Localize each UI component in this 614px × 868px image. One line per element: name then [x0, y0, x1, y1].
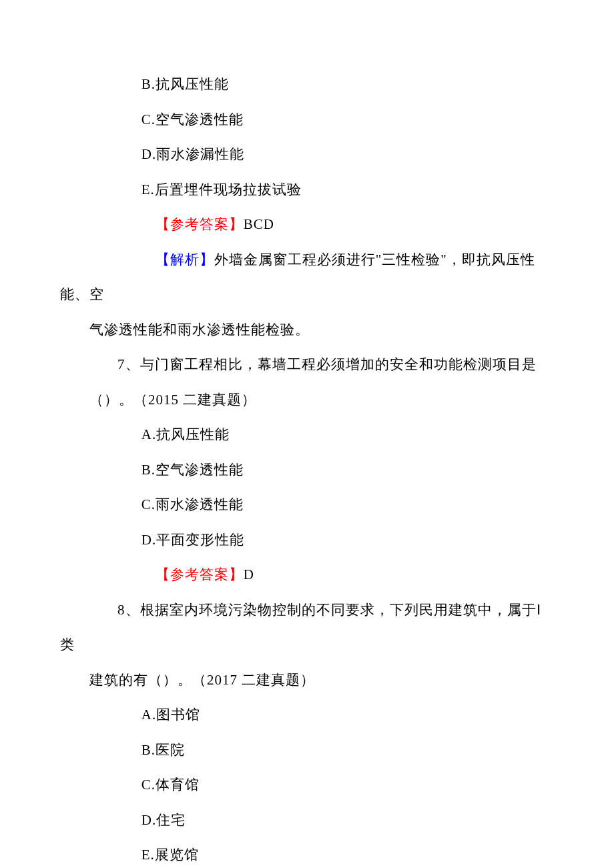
q7-option-b: B.空气渗透性能 — [60, 452, 554, 488]
question-7-line-2: （）。（2015 二建真题） — [60, 382, 554, 418]
option-e: E.后置埋件现场拉拔试验 — [60, 172, 554, 207]
q8-option-d: D.住宅 — [60, 803, 554, 838]
option-c: C.空气渗透性能 — [60, 102, 554, 137]
answer-6: 【参考答案】BCD — [60, 207, 554, 242]
answer-value: D — [244, 566, 254, 582]
q7-option-a: A.抗风压性能 — [60, 417, 554, 452]
answer-value: BCD — [244, 216, 274, 232]
option-d: D.雨水渗漏性能 — [60, 137, 554, 172]
question-8-line-2: 建筑的有（）。（2017 二建真题） — [60, 663, 554, 698]
answer-label: 【参考答案】 — [156, 566, 244, 582]
question-8-line-1: 8、根据室内环境污染物控制的不同要求，下列民用建筑中，属于Ⅰ类 — [60, 592, 554, 663]
document-page: B.抗风压性能 C.空气渗透性能 D.雨水渗漏性能 E.后置埋件现场拉拔试验 【… — [0, 0, 614, 868]
q8-option-b: B.医院 — [60, 733, 554, 768]
analysis-line-1: 【解析】外墙金属窗工程必须进行"三性检验"，即抗风压性能、空 — [60, 242, 554, 312]
question-7-line-1: 7、与门窗工程相比，幕墙工程必须增加的安全和功能检测项目是 — [60, 347, 554, 382]
analysis-label: 【解析】 — [156, 252, 214, 268]
analysis-text-1: 外墙金属窗工程必须进行"三性检验"，即抗风压性能、空 — [60, 252, 535, 303]
q7-option-d: D.平面变形性能 — [60, 522, 554, 558]
q8-option-a: A.图书馆 — [60, 697, 554, 733]
q8-option-c: C.体育馆 — [60, 767, 554, 803]
option-b: B.抗风压性能 — [60, 67, 554, 102]
answer-7: 【参考答案】D — [60, 557, 554, 592]
q7-option-c: C.雨水渗透性能 — [60, 487, 554, 522]
answer-label: 【参考答案】 — [156, 216, 244, 232]
q8-option-e: E.展览馆 — [60, 837, 554, 868]
analysis-line-2: 气渗透性能和雨水渗透性能检验。 — [60, 312, 554, 348]
